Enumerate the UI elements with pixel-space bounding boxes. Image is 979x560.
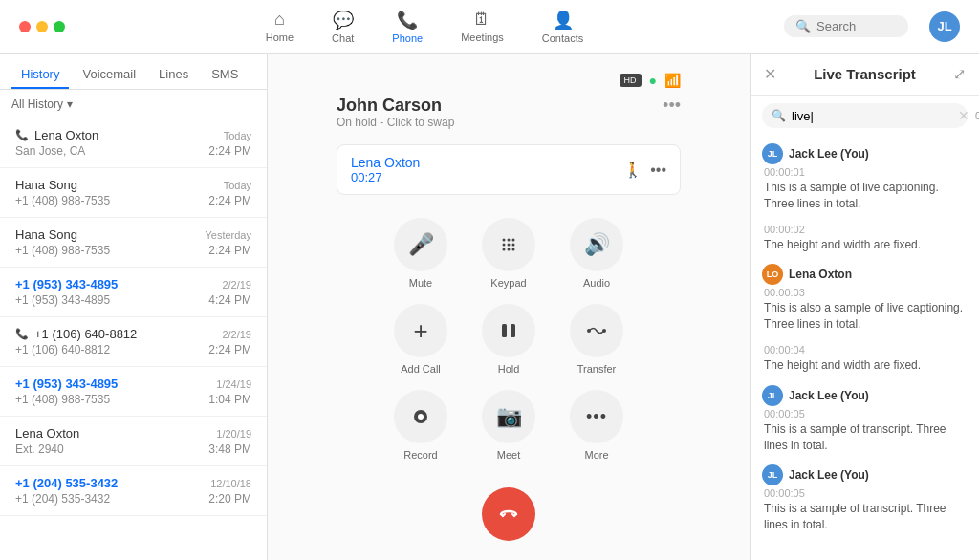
transcript-search-bar[interactable]: 🔍 ✕ 0/0 ▲ ▼ [762, 103, 968, 128]
list-item[interactable]: 📞 +1 (106) 640-8812 2/2/19 +1 (106) 640-… [0, 317, 267, 367]
svg-point-1 [508, 239, 511, 242]
active-caller-actions: 🚶 ••• [623, 161, 666, 179]
nav-home[interactable]: ⌂ Home [258, 6, 301, 48]
minimize-button[interactable] [36, 21, 48, 32]
message-text: The height and width are fixed. [764, 357, 968, 374]
transcript-header: ✕ Live Transcript ⤢ [751, 54, 979, 96]
message-time: 00:00:05 [764, 487, 968, 499]
tab-lines[interactable]: Lines [149, 61, 198, 89]
sender-name: Jack Lee (You) [789, 389, 869, 402]
more-options-icon[interactable]: ••• [663, 96, 681, 116]
more-button[interactable]: ••• More [564, 390, 629, 461]
message-time: 00:00:01 [764, 166, 968, 178]
call-date: Today [224, 180, 251, 191]
record-button[interactable]: Record [388, 390, 453, 461]
global-search[interactable]: 🔍 [784, 15, 908, 37]
sender-name: Lena Oxton [789, 268, 852, 281]
keypad-button[interactable]: Keypad [476, 218, 541, 289]
message-text: The height and width are fixed. [764, 237, 968, 253]
list-item[interactable]: Lena Oxton 1/20/19 Ext. 2940 3:48 PM [0, 417, 267, 466]
top-nav: ⌂ Home 💬 Chat 📞 Phone 🗓 Meetings 👤 Conta… [0, 0, 979, 54]
meet-label: Meet [497, 449, 520, 461]
sender-name: Jack Lee (You) [789, 147, 869, 161]
nav-meetings[interactable]: 🗓 Meetings [453, 6, 511, 48]
transcript-message: 00:00:04 The height and width are fixed. [762, 344, 968, 374]
sidebar: History Voicemail Lines SMS All History … [0, 54, 268, 560]
nav-phone[interactable]: 📞 Phone [384, 6, 430, 48]
call-panel: HD ● 📶 John Carson On hold - Click to sw… [268, 54, 750, 560]
chevron-down-icon: ▾ [67, 97, 73, 111]
svg-point-8 [512, 248, 515, 251]
close-button[interactable] [19, 21, 31, 32]
clear-search-icon[interactable]: ✕ [958, 108, 969, 123]
message-time: 00:00:02 [764, 224, 968, 235]
tab-sms[interactable]: SMS [202, 61, 248, 89]
call-header: John Carson On hold - Click to swap ••• [337, 96, 681, 129]
audio-button[interactable]: 🔊 Audio [564, 218, 629, 289]
call-date: 12/10/18 [210, 478, 251, 489]
more-label: More [584, 449, 608, 461]
close-icon[interactable]: ✕ [764, 65, 776, 83]
call-time: 2:20 PM [208, 492, 251, 506]
call-detail-text: +1 (953) 343-4895 [15, 293, 110, 307]
list-item[interactable]: +1 (204) 535-3432 12/10/18 +1 (204) 535-… [0, 466, 267, 516]
message-time: 00:00:04 [764, 344, 968, 355]
transfer-label: Transfer [577, 363, 617, 375]
hold-button[interactable]: Hold [476, 304, 541, 375]
svg-point-2 [512, 239, 515, 242]
caller-name: Hana Song [15, 178, 77, 192]
maximize-button[interactable] [54, 21, 65, 32]
window-controls [19, 21, 65, 32]
connection-icon: ● [649, 73, 657, 88]
chat-icon: 💬 [333, 10, 354, 31]
transcript-message: 00:00:02 The height and width are fixed. [762, 224, 968, 253]
add-call-icon: + [394, 304, 447, 357]
end-call-button[interactable] [482, 487, 535, 541]
audio-label: Audio [583, 277, 610, 289]
meet-icon: 📷 [482, 390, 535, 443]
svg-point-11 [587, 329, 591, 333]
svg-point-3 [503, 244, 506, 247]
tab-history[interactable]: History [11, 61, 69, 89]
nav-chat[interactable]: 💬 Chat [324, 6, 361, 48]
transcript-title: Live Transcript [814, 66, 916, 82]
avatar[interactable]: JL [929, 11, 960, 42]
tab-voicemail[interactable]: Voicemail [73, 61, 145, 89]
search-input[interactable] [816, 19, 903, 33]
svg-rect-9 [502, 324, 507, 337]
message-sender: JL Jack Lee (You) [762, 385, 968, 406]
record-label: Record [403, 449, 437, 461]
more-caller-icon[interactable]: ••• [650, 162, 666, 179]
list-item[interactable]: +1 (953) 343-4895 1/24/19 +1 (408) 988-7… [0, 367, 267, 417]
on-hold-status[interactable]: On hold - Click to swap [337, 116, 454, 129]
active-caller-name: Lena Oxton [351, 155, 420, 170]
history-filter[interactable]: All History ▾ [0, 90, 267, 118]
nav-items: ⌂ Home 💬 Chat 📞 Phone 🗓 Meetings 👤 Conta… [65, 6, 784, 48]
list-item[interactable]: Hana Song Today +1 (408) 988-7535 2:24 P… [0, 168, 267, 218]
transfer-button[interactable]: Transfer [564, 304, 629, 375]
mute-icon: 🎤 [394, 218, 447, 271]
on-hold-info: John Carson On hold - Click to swap [337, 96, 454, 129]
transcript-search-input[interactable] [792, 109, 952, 123]
call-time: 2:24 PM [208, 244, 251, 257]
nav-contacts[interactable]: 👤 Contacts [534, 6, 591, 48]
person-icon[interactable]: 🚶 [623, 161, 642, 179]
expand-icon[interactable]: ⤢ [953, 65, 966, 83]
mute-button[interactable]: 🎤 Mute [388, 218, 453, 289]
more-icon: ••• [570, 390, 623, 443]
contacts-icon: 👤 [553, 10, 574, 31]
list-item[interactable]: Hana Song Yesterday +1 (408) 988-7535 2:… [0, 218, 267, 268]
hd-badge: HD [620, 74, 642, 87]
sidebar-tabs: History Voicemail Lines SMS [0, 54, 267, 90]
message-time: 00:00:05 [764, 408, 968, 420]
transcript-body: JL Jack Lee (You) 00:00:01 This is a sam… [751, 136, 979, 560]
list-item[interactable]: +1 (953) 343-4895 2/2/19 +1 (953) 343-48… [0, 268, 267, 317]
add-call-button[interactable]: + Add Call [388, 304, 453, 375]
message-text: This is also a sample of live captioning… [764, 300, 968, 333]
main-layout: History Voicemail Lines SMS All History … [0, 54, 979, 560]
meet-button[interactable]: 📷 Meet [476, 390, 541, 461]
call-time: 2:24 PM [208, 194, 251, 207]
avatar-initials: JL [937, 19, 951, 33]
caller-name: +1 (204) 535-3432 [15, 476, 118, 490]
list-item[interactable]: 📞 Lena Oxton Today San Jose, CA 2:24 PM [0, 118, 267, 168]
